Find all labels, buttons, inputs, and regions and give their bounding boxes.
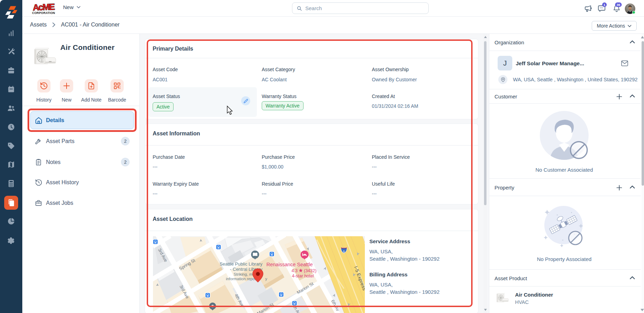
svg-text:CORPORATION: CORPORATION: [32, 11, 55, 15]
